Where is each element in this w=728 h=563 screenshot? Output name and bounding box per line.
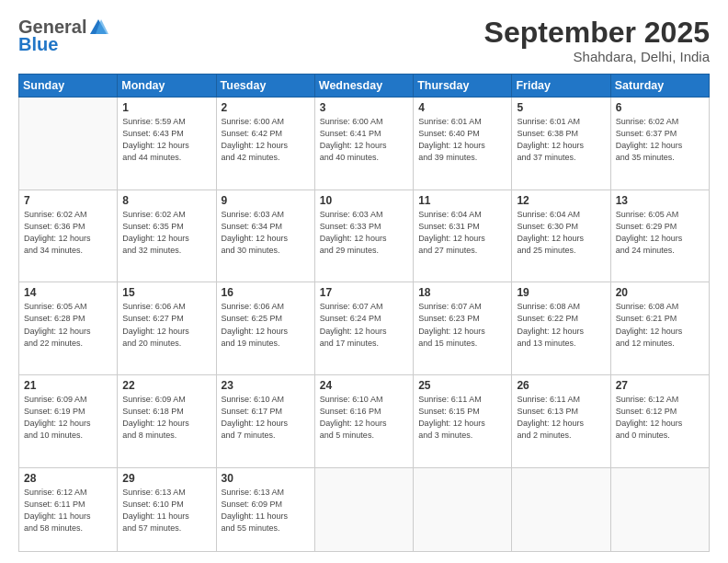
calendar-cell — [414, 467, 512, 551]
day-info: Sunrise: 6:06 AMSunset: 6:27 PMDaylight:… — [122, 301, 210, 349]
day-info: Sunrise: 6:12 AMSunset: 6:12 PMDaylight:… — [616, 394, 704, 442]
day-number: 2 — [222, 101, 310, 114]
day-number: 21 — [24, 379, 112, 392]
weekday-header-saturday: Saturday — [610, 75, 709, 98]
day-number: 13 — [616, 194, 704, 207]
day-info: Sunrise: 6:00 AMSunset: 6:42 PMDaylight:… — [222, 116, 310, 164]
day-info: Sunrise: 6:08 AMSunset: 6:22 PMDaylight:… — [517, 301, 605, 349]
day-info: Sunrise: 6:05 AMSunset: 6:29 PMDaylight:… — [616, 209, 704, 257]
day-info: Sunrise: 5:59 AMSunset: 6:43 PMDaylight:… — [122, 116, 210, 164]
day-number: 18 — [418, 286, 506, 299]
calendar-cell: 10Sunrise: 6:03 AMSunset: 6:33 PMDayligh… — [314, 190, 413, 282]
day-info: Sunrise: 6:04 AMSunset: 6:30 PMDaylight:… — [517, 209, 605, 257]
day-number: 19 — [517, 286, 605, 299]
weekday-header-wednesday: Wednesday — [314, 75, 413, 98]
location-text: Shahdara, Delhi, India — [484, 49, 710, 64]
calendar-cell — [314, 467, 413, 551]
calendar-cell: 17Sunrise: 6:07 AMSunset: 6:24 PMDayligh… — [314, 282, 413, 375]
calendar-cell: 24Sunrise: 6:10 AMSunset: 6:16 PMDayligh… — [314, 375, 413, 468]
day-info: Sunrise: 6:09 AMSunset: 6:18 PMDaylight:… — [122, 394, 210, 442]
calendar-cell: 22Sunrise: 6:09 AMSunset: 6:18 PMDayligh… — [118, 375, 216, 468]
day-number: 27 — [616, 379, 704, 392]
day-info: Sunrise: 6:07 AMSunset: 6:24 PMDaylight:… — [320, 301, 408, 349]
calendar-cell: 3Sunrise: 6:00 AMSunset: 6:41 PMDaylight… — [314, 98, 413, 190]
day-number: 15 — [122, 286, 210, 299]
day-number: 20 — [616, 286, 704, 299]
day-number: 4 — [418, 101, 506, 114]
day-number: 23 — [222, 379, 310, 392]
logo-icon — [88, 17, 108, 38]
calendar-cell: 26Sunrise: 6:11 AMSunset: 6:13 PMDayligh… — [512, 375, 610, 468]
calendar-cell: 12Sunrise: 6:04 AMSunset: 6:30 PMDayligh… — [512, 190, 610, 282]
day-number: 24 — [320, 379, 408, 392]
calendar-cell: 2Sunrise: 6:00 AMSunset: 6:42 PMDaylight… — [216, 98, 314, 190]
day-info: Sunrise: 6:10 AMSunset: 6:17 PMDaylight:… — [222, 394, 310, 442]
calendar-table: SundayMondayTuesdayWednesdayThursdayFrid… — [18, 74, 710, 552]
weekday-header-sunday: Sunday — [19, 75, 118, 98]
calendar-cell: 1Sunrise: 5:59 AMSunset: 6:43 PMDaylight… — [118, 98, 216, 190]
day-info: Sunrise: 6:13 AMSunset: 6:10 PMDaylight:… — [122, 487, 210, 534]
calendar-cell: 21Sunrise: 6:09 AMSunset: 6:19 PMDayligh… — [19, 375, 118, 468]
day-info: Sunrise: 6:03 AMSunset: 6:34 PMDaylight:… — [222, 209, 310, 257]
calendar-cell: 13Sunrise: 6:05 AMSunset: 6:29 PMDayligh… — [610, 190, 709, 282]
day-number: 30 — [222, 472, 310, 485]
calendar-cell — [19, 98, 118, 190]
day-info: Sunrise: 6:01 AMSunset: 6:40 PMDaylight:… — [418, 116, 506, 164]
calendar-cell: 16Sunrise: 6:06 AMSunset: 6:25 PMDayligh… — [216, 282, 314, 375]
weekday-header-monday: Monday — [118, 75, 216, 98]
day-number: 26 — [517, 379, 605, 392]
calendar-cell: 8Sunrise: 6:02 AMSunset: 6:35 PMDaylight… — [118, 190, 216, 282]
calendar-week-4: 21Sunrise: 6:09 AMSunset: 6:19 PMDayligh… — [19, 375, 710, 468]
page: General Blue September 2025 Shahdara, De… — [0, 0, 728, 563]
day-number: 17 — [320, 286, 408, 299]
day-number: 5 — [517, 101, 605, 114]
day-number: 3 — [320, 101, 408, 114]
calendar-cell: 9Sunrise: 6:03 AMSunset: 6:34 PMDaylight… — [216, 190, 314, 282]
calendar-week-3: 14Sunrise: 6:05 AMSunset: 6:28 PMDayligh… — [19, 282, 710, 375]
day-number: 16 — [222, 286, 310, 299]
day-info: Sunrise: 6:13 AMSunset: 6:09 PMDaylight:… — [222, 487, 310, 534]
calendar-cell — [512, 467, 610, 551]
calendar-cell: 19Sunrise: 6:08 AMSunset: 6:22 PMDayligh… — [512, 282, 610, 375]
day-info: Sunrise: 6:08 AMSunset: 6:21 PMDaylight:… — [616, 301, 704, 349]
day-info: Sunrise: 6:04 AMSunset: 6:31 PMDaylight:… — [418, 209, 506, 257]
day-info: Sunrise: 6:02 AMSunset: 6:35 PMDaylight:… — [122, 209, 210, 257]
day-number: 25 — [418, 379, 506, 392]
calendar-cell: 18Sunrise: 6:07 AMSunset: 6:23 PMDayligh… — [414, 282, 512, 375]
calendar-cell: 25Sunrise: 6:11 AMSunset: 6:15 PMDayligh… — [414, 375, 512, 468]
day-info: Sunrise: 6:01 AMSunset: 6:38 PMDaylight:… — [517, 116, 605, 164]
logo-blue-text: Blue — [18, 34, 58, 55]
day-number: 1 — [122, 101, 210, 114]
calendar-cell: 4Sunrise: 6:01 AMSunset: 6:40 PMDaylight… — [414, 98, 512, 190]
logo: General Blue — [18, 17, 108, 55]
calendar-header-row: SundayMondayTuesdayWednesdayThursdayFrid… — [19, 75, 710, 98]
day-info: Sunrise: 6:02 AMSunset: 6:37 PMDaylight:… — [616, 116, 704, 164]
day-info: Sunrise: 6:00 AMSunset: 6:41 PMDaylight:… — [320, 116, 408, 164]
day-info: Sunrise: 6:06 AMSunset: 6:25 PMDaylight:… — [222, 301, 310, 349]
title-block: September 2025 Shahdara, Delhi, India — [484, 17, 710, 64]
day-number: 7 — [24, 194, 112, 207]
day-info: Sunrise: 6:03 AMSunset: 6:33 PMDaylight:… — [320, 209, 408, 257]
day-number: 6 — [616, 101, 704, 114]
day-info: Sunrise: 6:12 AMSunset: 6:11 PMDaylight:… — [24, 487, 112, 534]
calendar-cell: 15Sunrise: 6:06 AMSunset: 6:27 PMDayligh… — [118, 282, 216, 375]
calendar-cell: 7Sunrise: 6:02 AMSunset: 6:36 PMDaylight… — [19, 190, 118, 282]
calendar-cell: 27Sunrise: 6:12 AMSunset: 6:12 PMDayligh… — [610, 375, 709, 468]
calendar-cell: 29Sunrise: 6:13 AMSunset: 6:10 PMDayligh… — [118, 467, 216, 551]
calendar-cell: 5Sunrise: 6:01 AMSunset: 6:38 PMDaylight… — [512, 98, 610, 190]
day-number: 22 — [122, 379, 210, 392]
day-info: Sunrise: 6:11 AMSunset: 6:15 PMDaylight:… — [418, 394, 506, 442]
weekday-header-thursday: Thursday — [414, 75, 512, 98]
calendar-cell: 14Sunrise: 6:05 AMSunset: 6:28 PMDayligh… — [19, 282, 118, 375]
header: General Blue September 2025 Shahdara, De… — [18, 17, 710, 64]
weekday-header-tuesday: Tuesday — [216, 75, 314, 98]
calendar-week-5: 28Sunrise: 6:12 AMSunset: 6:11 PMDayligh… — [19, 467, 710, 551]
calendar-cell: 6Sunrise: 6:02 AMSunset: 6:37 PMDaylight… — [610, 98, 709, 190]
day-number: 11 — [418, 194, 506, 207]
day-number: 8 — [122, 194, 210, 207]
day-number: 29 — [122, 472, 210, 485]
weekday-header-friday: Friday — [512, 75, 610, 98]
calendar-cell: 23Sunrise: 6:10 AMSunset: 6:17 PMDayligh… — [216, 375, 314, 468]
day-info: Sunrise: 6:09 AMSunset: 6:19 PMDaylight:… — [24, 394, 112, 442]
calendar-cell: 11Sunrise: 6:04 AMSunset: 6:31 PMDayligh… — [414, 190, 512, 282]
